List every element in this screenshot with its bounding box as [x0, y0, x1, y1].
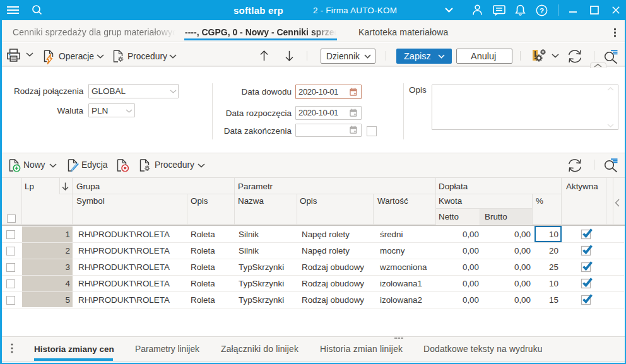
- svg-text:?: ?: [540, 7, 544, 15]
